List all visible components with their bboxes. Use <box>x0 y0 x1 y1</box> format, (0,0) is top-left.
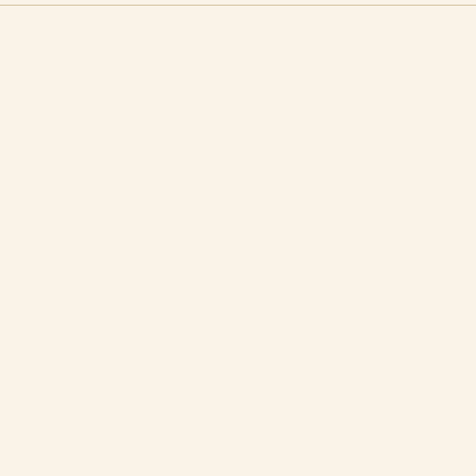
section-title <box>0 0 476 6</box>
